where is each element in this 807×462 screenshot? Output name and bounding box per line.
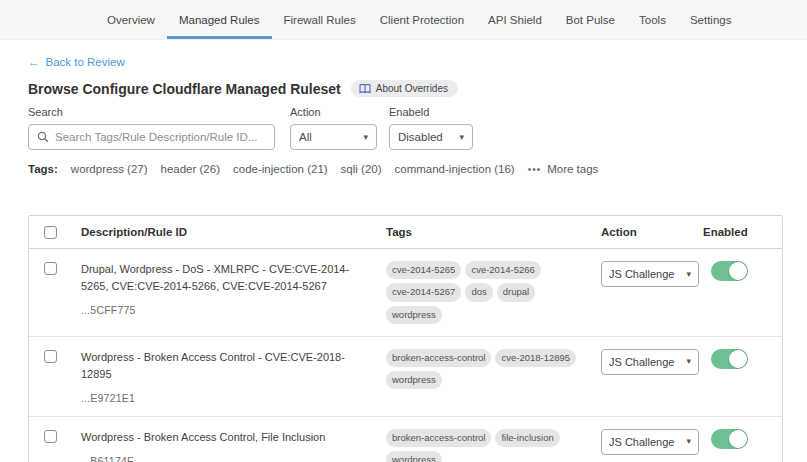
tag-pill: drupal	[497, 283, 535, 301]
more-tags-link[interactable]: ••• More tags	[528, 163, 599, 175]
caret-down-icon: ▾	[686, 437, 691, 446]
tags-bar: Tags: wordpress (27)header (26)code-inje…	[28, 163, 598, 175]
row-checkbox-cell	[29, 349, 81, 404]
nav-tabs: OverviewManaged RulesFirewall RulesClien…	[95, 0, 678, 39]
enabled-label: Enabeld	[389, 106, 473, 118]
tab-label: Bot Pulse	[566, 14, 615, 26]
tag-pill: broken-access-control	[386, 349, 491, 367]
search-input[interactable]	[55, 131, 266, 143]
tag-pill: broken-access-control	[386, 429, 491, 447]
back-to-review-link[interactable]: ← Back to Review	[28, 56, 125, 68]
ellipsis-icon: •••	[528, 164, 542, 175]
tab-label: Tools	[639, 14, 666, 26]
tab-bot-pulse[interactable]: Bot Pulse	[554, 0, 627, 39]
table-row: Wordpress - Broken Access Control, File …	[29, 417, 782, 462]
header-enabled: Enabled	[703, 226, 782, 238]
tag-link-sqli-20[interactable]: sqli (20)	[341, 163, 382, 175]
tab-label: API Shield	[488, 14, 542, 26]
page-title: Browse Configure Cloudflare Managed Rule…	[28, 81, 341, 97]
action-label: Action	[290, 106, 377, 118]
caret-down-icon: ▾	[363, 133, 368, 142]
about-badge-label: About Overrides	[376, 83, 448, 94]
tag-pill: cve-2014-5265	[386, 261, 461, 279]
enabled-filter: Enabeld Disabled ▾	[389, 106, 473, 150]
action-filter-value: All	[299, 131, 312, 143]
rule-description: Wordpress - Broken Access Control - CVE:…	[81, 349, 371, 383]
table-row: Drupal, Wordpress - DoS - XMLRPC - CVE:C…	[29, 249, 782, 337]
action-filter-select[interactable]: All ▾	[290, 124, 377, 150]
row-checkbox[interactable]	[44, 350, 57, 363]
action-select-value: JS Challenge	[609, 268, 674, 280]
tag-link-wordpress-27[interactable]: wordpress (27)	[71, 163, 148, 175]
tab-overview[interactable]: Overview	[95, 0, 167, 39]
tags-bar-label: Tags:	[28, 163, 58, 175]
row-tags: broken-access-controlcve-2018-12895wordp…	[386, 349, 591, 390]
header-action: Action	[601, 226, 703, 238]
title-row: Browse Configure Cloudflare Managed Rule…	[28, 80, 458, 97]
row-enabled-cell	[703, 349, 782, 404]
tag-pill: dos	[465, 283, 492, 301]
rules-table-body: Drupal, Wordpress - DoS - XMLRPC - CVE:C…	[29, 249, 782, 462]
enabled-filter-select[interactable]: Disabled ▾	[389, 124, 473, 150]
enabled-filter-value: Disabled	[398, 131, 443, 143]
toggle-knob	[729, 262, 747, 280]
tab-label: Client Protection	[380, 14, 464, 26]
row-description-cell: Wordpress - Broken Access Control, File …	[81, 429, 386, 462]
arrow-left-icon: ←	[28, 56, 40, 68]
header-tags: Tags	[386, 226, 601, 238]
tab-settings-label: Settings	[690, 14, 732, 26]
row-action-cell: JS Challenge ▾	[601, 429, 703, 462]
row-description-cell: Drupal, Wordpress - DoS - XMLRPC - CVE:C…	[81, 261, 386, 324]
row-tags-cell: cve-2014-5265cve-2014-5266cve-2014-5267d…	[386, 261, 601, 324]
action-select[interactable]: JS Challenge ▾	[601, 349, 699, 375]
tag-link-command-injection-16[interactable]: command-injection (16)	[395, 163, 515, 175]
select-all-checkbox[interactable]	[44, 226, 57, 239]
row-checkbox[interactable]	[44, 430, 57, 443]
tab-managed-rules[interactable]: Managed Rules	[167, 0, 272, 39]
row-enabled-cell	[703, 429, 782, 462]
row-tags-cell: broken-access-controlfile-inclusionwordp…	[386, 429, 601, 462]
toggle-knob	[729, 350, 747, 368]
tab-client-protection[interactable]: Client Protection	[368, 0, 476, 39]
tab-label: Firewall Rules	[284, 14, 356, 26]
tag-pill: wordpress	[386, 306, 442, 324]
action-select-value: JS Challenge	[609, 356, 674, 368]
tag-link-header-26[interactable]: header (26)	[161, 163, 220, 175]
rule-description: Drupal, Wordpress - DoS - XMLRPC - CVE:C…	[81, 261, 371, 295]
tab-api-shield[interactable]: API Shield	[476, 0, 554, 39]
search-box[interactable]	[28, 124, 275, 150]
row-checkbox[interactable]	[44, 262, 57, 275]
tab-tools[interactable]: Tools	[627, 0, 678, 39]
tab-label: Overview	[107, 14, 155, 26]
caret-down-icon: ▾	[459, 133, 464, 142]
enabled-toggle[interactable]	[711, 429, 748, 449]
row-tags: cve-2014-5265cve-2014-5266cve-2014-5267d…	[386, 261, 591, 324]
table-row: Wordpress - Broken Access Control - CVE:…	[29, 337, 782, 417]
book-icon	[359, 84, 371, 94]
rules-table: Description/Rule ID Tags Action Enabled …	[28, 215, 783, 462]
rule-description: Wordpress - Broken Access Control, File …	[81, 429, 371, 446]
action-select[interactable]: JS Challenge ▾	[601, 261, 699, 287]
tag-pill: cve-2014-5267	[386, 283, 461, 301]
tag-pill: wordpress	[386, 371, 442, 389]
tab-settings[interactable]: Settings	[678, 0, 744, 39]
enabled-toggle[interactable]	[711, 349, 748, 369]
rule-id: ...B61174F	[81, 455, 371, 462]
rule-id: ...5CFF775	[81, 304, 371, 316]
back-link-label: Back to Review	[46, 56, 125, 68]
action-filter: Action All ▾	[290, 106, 377, 150]
tag-links: wordpress (27)header (26)code-injection …	[71, 163, 515, 175]
tag-link-code-injection-21[interactable]: code-injection (21)	[233, 163, 328, 175]
tag-pill: cve-2018-12895	[495, 349, 576, 367]
caret-down-icon: ▾	[686, 270, 691, 279]
search-filter: Search	[28, 106, 275, 150]
row-checkbox-cell	[29, 429, 81, 462]
more-tags-label: More tags	[547, 163, 598, 175]
header-description: Description/Rule ID	[81, 226, 386, 238]
enabled-toggle[interactable]	[711, 261, 748, 281]
about-overrides-badge[interactable]: About Overrides	[351, 80, 458, 97]
action-select[interactable]: JS Challenge ▾	[601, 429, 699, 455]
toggle-knob	[729, 430, 747, 448]
search-label: Search	[28, 106, 275, 118]
tab-firewall-rules[interactable]: Firewall Rules	[272, 0, 368, 39]
